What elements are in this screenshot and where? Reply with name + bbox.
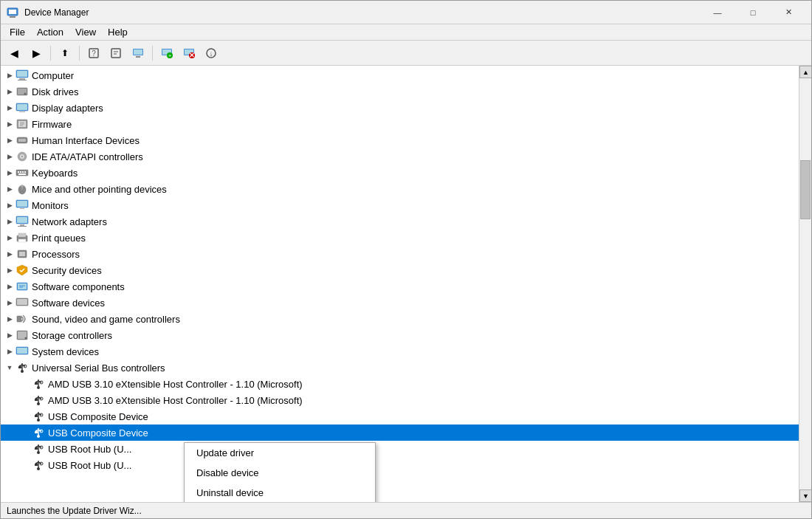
tree-item-software-devices[interactable]: ▶ Software devices: [1, 295, 799, 311]
tree-sub-usb-composite-1[interactable]: USB Composite Device: [1, 408, 799, 425]
tree-item-human-interface[interactable]: ▶ Human Interface Devices: [1, 132, 799, 148]
svg-rect-59: [18, 239, 26, 242]
tree-item-display-adapters[interactable]: ▶ Display adapters: [1, 100, 799, 116]
tree-item-security[interactable]: ▶ Security devices: [1, 262, 799, 278]
expand-keyboards[interactable]: ▶: [4, 167, 16, 179]
security-label: Security devices: [32, 265, 102, 276]
expand-usb[interactable]: ▼: [4, 362, 16, 374]
tree-item-network[interactable]: ▶ Network adapters: [1, 213, 799, 230]
tree-sub-amd-usb-2[interactable]: AMD USB 3.10 eXtensible Host Controller …: [1, 392, 799, 408]
context-menu-update-driver[interactable]: Update driver: [185, 443, 375, 463]
toolbar-add[interactable]: +: [156, 44, 177, 63]
toolbar-computer[interactable]: [128, 44, 148, 63]
keyboards-icon: [16, 167, 29, 179]
tree-item-ide[interactable]: ▶ IDE ATA/ATAPI controllers: [1, 148, 799, 165]
expand-print[interactable]: ▶: [4, 232, 16, 244]
tree-sub-usb-root-hub-1[interactable]: USB Root Hub (U...: [1, 441, 799, 457]
expand-ide[interactable]: ▶: [4, 151, 16, 162]
toolbar-update[interactable]: ↓: [201, 44, 221, 63]
menu-action[interactable]: Action: [31, 25, 69, 39]
expand-processors[interactable]: ▶: [4, 248, 16, 260]
svg-rect-63: [18, 283, 27, 289]
expand-firmware[interactable]: ▶: [4, 118, 16, 130]
title-bar: Device Manager — □ ✕: [1, 1, 811, 24]
scroll-down-btn[interactable]: ▼: [799, 489, 811, 502]
human-interface-label: Human Interface Devices: [32, 135, 140, 146]
toolbar-sep-3: [152, 46, 153, 61]
tree-item-sound[interactable]: ▶ Sound, video and game controllers: [1, 311, 799, 327]
monitors-label: Monitors: [32, 200, 69, 211]
expand-mice[interactable]: ▶: [4, 183, 16, 195]
menu-help[interactable]: Help: [102, 25, 134, 39]
svg-rect-84: [35, 415, 38, 417]
scroll-thumb[interactable]: [800, 160, 811, 219]
context-menu-disable-device[interactable]: Disable device: [185, 463, 375, 483]
context-menu-uninstall-device[interactable]: Uninstall device: [185, 483, 375, 502]
tree-item-firmware[interactable]: ▶ Firmware: [1, 116, 799, 132]
window-title: Device Manager: [24, 7, 701, 18]
maximize-button[interactable]: □: [736, 2, 770, 23]
toolbar-up[interactable]: ⬆: [55, 44, 75, 63]
scroll-up-btn[interactable]: ▲: [799, 66, 811, 78]
tree-panel[interactable]: ▶ Computer ▶ Disk drives ▶ Display adapt…: [1, 66, 799, 502]
menu-view[interactable]: View: [69, 25, 102, 39]
expand-display-adapters[interactable]: ▶: [4, 102, 16, 114]
system-devices-icon: [16, 346, 29, 357]
sound-icon: [16, 313, 29, 325]
tree-item-keyboards[interactable]: ▶ Keyboards: [1, 165, 799, 181]
expand-system-devices[interactable]: ▶: [4, 346, 16, 357]
toolbar-sep-2: [79, 46, 80, 61]
tree-item-usb[interactable]: ▼ Universal Serial Bus controllers: [1, 360, 799, 376]
svg-rect-44: [22, 171, 24, 173]
expand-monitors[interactable]: ▶: [4, 199, 16, 211]
toolbar-properties[interactable]: [106, 44, 126, 63]
usb-composite-icon-2: [32, 427, 45, 439]
firmware-icon: [16, 118, 29, 130]
tree-item-monitors[interactable]: ▶ Monitors: [1, 197, 799, 213]
expand-sound[interactable]: ▶: [4, 313, 16, 325]
window-controls: — □ ✕: [701, 2, 805, 23]
mice-label: Mice and other pointing devices: [32, 184, 167, 195]
toolbar-remove[interactable]: ✕: [179, 44, 199, 63]
expand-security[interactable]: ▶: [4, 264, 16, 276]
expand-network[interactable]: ▶: [4, 216, 16, 227]
tree-item-print[interactable]: ▶ Print queues: [1, 230, 799, 246]
tree-item-storage[interactable]: ▶ Storage controllers: [1, 327, 799, 343]
display-adapters-label: Display adapters: [32, 103, 103, 114]
svg-rect-58: [18, 233, 26, 237]
keyboards-label: Keyboards: [32, 168, 78, 179]
tree-item-mice[interactable]: ▶ Mice and other pointing devices: [1, 181, 799, 197]
svg-point-40: [21, 156, 23, 157]
software-components-label: Software components: [32, 281, 125, 292]
svg-rect-30: [19, 111, 25, 112]
tree-item-software-components[interactable]: ▶ Software components: [1, 278, 799, 295]
tree-sub-amd-usb-1[interactable]: AMD USB 3.10 eXtensible Host Controller …: [1, 376, 799, 392]
svg-rect-42: [18, 171, 19, 173]
menu-file[interactable]: File: [4, 25, 31, 39]
toolbar-back[interactable]: ◀: [4, 44, 24, 63]
storage-label: Storage controllers: [32, 330, 112, 341]
expand-software-components[interactable]: ▶: [4, 281, 16, 292]
tree-sub-usb-root-hub-2[interactable]: USB Root Hub (U...: [1, 457, 799, 473]
tree-item-system-devices[interactable]: ▶ System devices: [1, 343, 799, 360]
expand-software-devices[interactable]: ▶: [4, 297, 16, 309]
vertical-scrollbar[interactable]: ▲ ▼: [799, 66, 811, 502]
toolbar-forward[interactable]: ▶: [26, 44, 47, 63]
svg-rect-2: [9, 10, 16, 14]
scroll-track[interactable]: [799, 78, 811, 489]
ide-label: IDE ATA/ATAPI controllers: [32, 151, 143, 162]
tree-sub-usb-composite-2[interactable]: USB Composite Device: [1, 425, 799, 441]
minimize-button[interactable]: —: [701, 2, 734, 23]
tree-item-computer[interactable]: ▶ Computer: [1, 67, 799, 83]
content-area: ▶ Computer ▶ Disk drives ▶ Display adapt…: [1, 66, 811, 502]
computer-label: Computer: [32, 70, 74, 81]
expand-storage[interactable]: ▶: [4, 329, 16, 341]
expand-disk-drives[interactable]: ▶: [4, 86, 16, 97]
close-button[interactable]: ✕: [771, 2, 805, 23]
toolbar-show-hidden[interactable]: ?: [83, 44, 104, 63]
expand-computer[interactable]: ▶: [4, 69, 16, 81]
expand-human-interface[interactable]: ▶: [4, 134, 16, 146]
svg-point-86: [37, 435, 40, 438]
tree-item-disk-drives[interactable]: ▶ Disk drives: [1, 83, 799, 100]
tree-item-processors[interactable]: ▶ Processors: [1, 246, 799, 262]
